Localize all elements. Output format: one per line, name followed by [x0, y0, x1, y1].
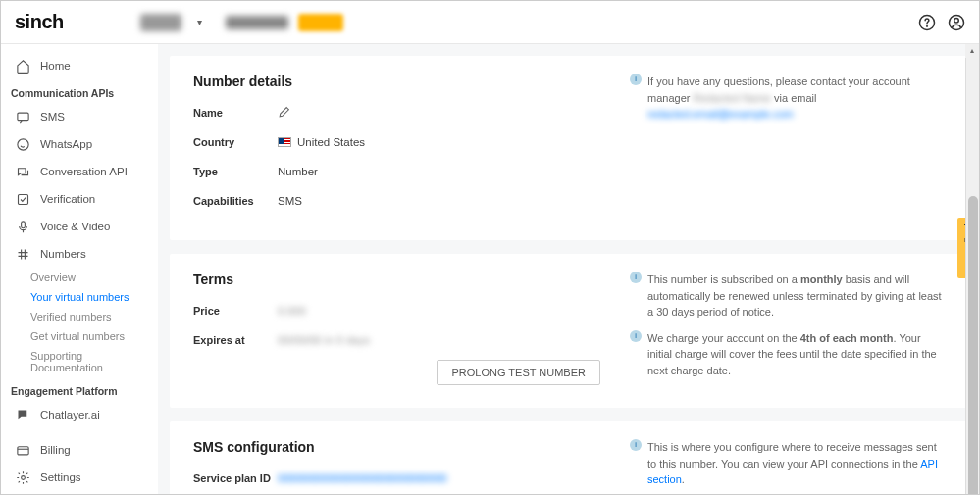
main-content: Number details Name Country United State… — [158, 44, 979, 494]
type-label: Type — [193, 166, 278, 177]
help-icon[interactable] — [918, 14, 936, 31]
svg-point-1 — [927, 25, 928, 26]
sidebar-item-conversation[interactable]: Conversation API — [1, 158, 158, 185]
serviceplan-label: Service plan ID — [193, 472, 278, 484]
svg-point-9 — [21, 475, 25, 479]
account-switcher[interactable]: ▾ — [140, 14, 343, 31]
sidebar-item-sms[interactable]: SMS — [1, 103, 158, 130]
terms-info-2: We charge your account on the 4th of eac… — [647, 330, 944, 379]
sidebar-item-settings[interactable]: Settings — [1, 464, 158, 491]
sidebar-label: Numbers — [40, 248, 86, 260]
sidebar-section-engagement: Engagement Platform — [1, 377, 158, 401]
sidebar-label: Voice & Video — [40, 221, 110, 232]
type-value: Number — [278, 166, 318, 177]
whatsapp-icon — [15, 136, 30, 152]
svg-point-3 — [954, 18, 959, 23]
sidebar-label: SMS — [40, 111, 65, 123]
numbers-icon — [15, 246, 30, 262]
home-icon — [15, 58, 30, 74]
sms-icon — [15, 109, 30, 124]
us-flag-icon — [278, 137, 291, 147]
sidebar-label: Conversation API — [40, 166, 128, 177]
sidebar-item-billing[interactable]: Billing — [1, 436, 158, 464]
chatlayer-icon — [15, 407, 30, 422]
sidebar-label: Settings — [40, 471, 81, 483]
logo: sinch — [15, 11, 64, 33]
edit-name-icon[interactable] — [278, 106, 291, 120]
country-value: United States — [297, 136, 365, 148]
info-icon: i — [630, 272, 642, 283]
sidebar-sub-overview[interactable]: Overview — [1, 268, 158, 287]
name-label: Name — [193, 107, 278, 119]
sidebar-sub-your-numbers[interactable]: Your virtual numbers — [1, 287, 158, 307]
sidebar-item-verification[interactable]: Verification — [1, 185, 158, 213]
sidebar-sub-docs[interactable]: Supporting Documentation — [1, 346, 158, 377]
sms-config-info: This is where you configure where to rec… — [647, 439, 944, 488]
sidebar-item-whatsapp[interactable]: WhatsApp — [1, 130, 158, 158]
topbar: sinch ▾ — [1, 1, 979, 44]
expires-label: Expires at — [193, 334, 278, 346]
svg-point-5 — [17, 138, 27, 149]
details-info-text: If you have any questions, please contac… — [647, 74, 944, 123]
chevron-down-icon: ▾ — [197, 17, 202, 27]
verification-icon — [15, 191, 30, 207]
sidebar-label: WhatsApp — [40, 138, 92, 150]
sidebar-item-home[interactable]: Home — [1, 52, 158, 79]
terms-card: Terms Price 0.000 Expires at 00/00/00 in… — [170, 254, 967, 408]
capabilities-value: SMS — [278, 195, 302, 207]
sidebar-item-voice[interactable]: Voice & Video — [1, 213, 158, 240]
sidebar-label: Chatlayer.ai — [40, 409, 100, 421]
billing-icon — [15, 442, 30, 458]
info-icon: i — [630, 74, 642, 85]
voice-icon — [15, 219, 30, 234]
info-icon: i — [630, 439, 642, 451]
scroll-up-icon[interactable]: ▴ — [965, 44, 979, 58]
capabilities-label: Capabilities — [193, 195, 278, 207]
prolong-button[interactable]: PROLONG TEST NUMBER — [437, 360, 600, 385]
terms-info-1: This number is subscribed on a monthly b… — [647, 272, 944, 321]
gear-icon — [15, 470, 30, 485]
card-title: SMS configuration — [193, 439, 600, 455]
svg-rect-6 — [18, 194, 27, 204]
scrollbar[interactable]: ▴ — [965, 44, 979, 494]
sidebar-label: Home — [40, 60, 71, 72]
user-icon[interactable] — [948, 14, 965, 31]
svg-rect-7 — [21, 221, 25, 227]
info-icon: i — [630, 330, 642, 342]
sidebar-label: Billing — [40, 444, 71, 456]
number-details-card: Number details Name Country United State… — [170, 56, 967, 240]
sms-config-card: SMS configuration Service plan ID 000000… — [170, 421, 967, 494]
country-label: Country — [193, 136, 278, 148]
scrollbar-thumb[interactable] — [968, 196, 978, 495]
sidebar-label: Verification — [40, 193, 95, 205]
price-label: Price — [193, 305, 278, 317]
sidebar: Home Communication APIs SMS WhatsApp Con… — [1, 44, 158, 494]
svg-rect-4 — [17, 113, 27, 121]
sidebar-item-chatlayer[interactable]: Chatlayer.ai — [1, 401, 158, 428]
conversation-icon — [15, 164, 30, 179]
sidebar-sub-get[interactable]: Get virtual numbers — [1, 326, 158, 346]
svg-rect-8 — [17, 446, 27, 454]
sidebar-section-communication: Communication APIs — [1, 79, 158, 103]
sidebar-item-numbers[interactable]: Numbers — [1, 240, 158, 268]
card-title: Terms — [193, 272, 600, 287]
sidebar-sub-verified[interactable]: Verified numbers — [1, 307, 158, 326]
card-title: Number details — [193, 74, 600, 89]
